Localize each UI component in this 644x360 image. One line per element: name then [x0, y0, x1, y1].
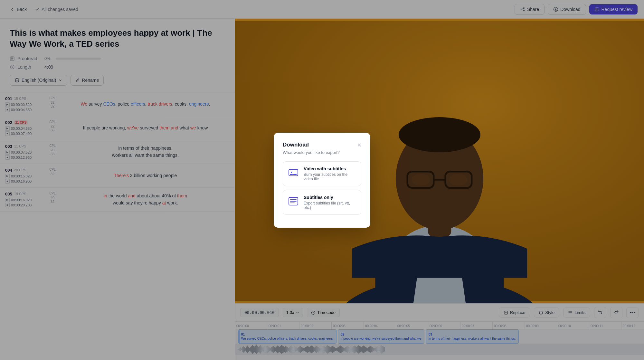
modal-title: Download: [283, 142, 309, 148]
svg-rect-22: [293, 174, 297, 175]
subtitles-only-text: Subtitles only Export subtitles file (sr…: [304, 195, 356, 210]
video-subtitles-text: Video with subtitles Burn your subtitles…: [304, 166, 356, 181]
svg-rect-20: [289, 169, 298, 176]
option1-desc: Burn your subtitles on the video file: [304, 172, 356, 181]
modal-overlay: Download × What would you like to export…: [0, 0, 644, 360]
option2-desc: Export subtitles file (srt, vtt, etc.): [304, 201, 356, 210]
subtitles-only-icon: [288, 195, 299, 207]
download-modal: Download × What would you like to export…: [274, 133, 370, 228]
subtitles-only-option[interactable]: Subtitles only Export subtitles file (sr…: [283, 190, 361, 215]
video-subtitles-icon: [288, 167, 299, 178]
video-with-subtitles-option[interactable]: Video with subtitles Burn your subtitles…: [283, 161, 361, 186]
modal-close-button[interactable]: ×: [357, 142, 361, 148]
svg-rect-21: [290, 174, 293, 175]
option2-title: Subtitles only: [304, 195, 356, 200]
option1-title: Video with subtitles: [304, 166, 356, 171]
modal-subtitle: What would you like to export?: [283, 150, 361, 155]
modal-header: Download ×: [283, 142, 361, 148]
